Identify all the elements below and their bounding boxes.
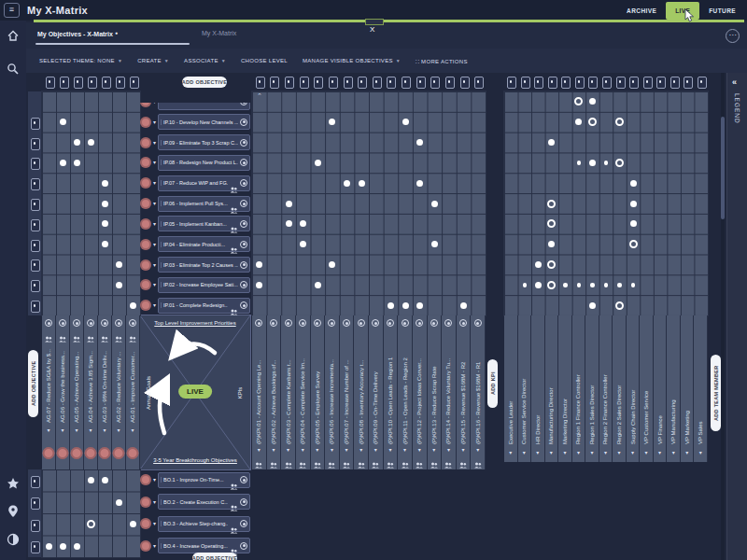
kpi-detail-icon[interactable]: [459, 319, 467, 327]
add-objective-button-left[interactable]: ADD OBJECTIVE: [28, 350, 38, 417]
kpi-column-checkbox[interactable]: [460, 77, 470, 89]
ip-row-checkbox[interactable]: [31, 219, 40, 231]
matrix-dot[interactable]: [116, 261, 122, 268]
chevron-down-icon[interactable]: ▾: [604, 450, 607, 455]
objective-card[interactable]: IP.02 - Increase Employee Sati...: [158, 277, 250, 293]
kpi-column-checkbox[interactable]: [285, 77, 294, 89]
pin-icon[interactable]: [6, 504, 21, 519]
goal-detail-icon[interactable]: [101, 319, 108, 327]
objective-status-circle[interactable]: [140, 117, 151, 128]
chevron-down-icon[interactable]: ▾: [685, 450, 688, 455]
team-member-column[interactable]: Supply Chain Director▾: [627, 315, 641, 462]
matrix-dot[interactable]: [130, 302, 136, 309]
objective-status-circle[interactable]: [140, 137, 151, 148]
goal-status-circle[interactable]: [99, 447, 111, 459]
matrix-dot[interactable]: [577, 283, 582, 287]
chevron-down-icon[interactable]: ▾: [153, 543, 156, 549]
chevron-down-icon[interactable]: ▾: [153, 242, 156, 247]
team-member-column[interactable]: VP Finance▾: [654, 315, 668, 462]
ip-row-checkbox[interactable]: [31, 158, 40, 170]
objective-detail-icon[interactable]: [240, 159, 247, 166]
chevron-down-icon[interactable]: ▾: [153, 201, 156, 206]
menu-icon[interactable]: ≡: [4, 3, 20, 18]
scrollbar-thumb[interactable]: [721, 117, 725, 219]
goal-status-circle[interactable]: [71, 447, 83, 459]
matrix-dot[interactable]: [523, 283, 528, 287]
team-member-column-checkbox[interactable]: [548, 77, 557, 89]
matrix-dot[interactable]: [88, 139, 94, 146]
objective-status-circle[interactable]: [140, 259, 151, 271]
chevron-down-icon[interactable]: ▾: [331, 447, 333, 453]
team-member-column-checkbox[interactable]: [561, 77, 571, 89]
toolbar-item-6[interactable]: ∷ MORE ACTIONS: [416, 58, 468, 64]
team-member-column-checkbox[interactable]: [602, 77, 612, 89]
ip-row[interactable]: ▾IP.09 - Eliminate Top 3 Scrap C...: [140, 134, 250, 151]
kpi-detail-icon[interactable]: [372, 319, 379, 327]
chevron-down-icon[interactable]: ▾: [618, 450, 621, 455]
team-member-column[interactable]: HR Director▾: [531, 315, 545, 462]
matrix-dot[interactable]: [631, 283, 636, 287]
objective-status-circle[interactable]: [140, 96, 151, 107]
matrix-dot[interactable]: [535, 282, 542, 288]
annual-goal-column[interactable]: AG.02 - Reduce Voluntary ...▾: [112, 315, 126, 469]
kpi-column[interactable]: (P)KPI.14 - Reduce Voluntary Tu...▾: [442, 315, 457, 469]
add-objective-button-bottom[interactable]: ADD OBJECTIVE: [192, 553, 237, 560]
matrix-dot[interactable]: [617, 283, 622, 287]
chevron-down-icon[interactable]: ▾: [699, 450, 702, 455]
objective-status-circle[interactable]: [140, 540, 151, 552]
objective-detail-icon[interactable]: [240, 261, 247, 269]
matrix-dot[interactable]: [589, 160, 596, 166]
matrix-dot[interactable]: [286, 201, 292, 207]
team-member-column[interactable]: Region 2 Finance Controller▾: [599, 315, 613, 462]
team-member-column[interactable]: Marketing Director▾: [558, 315, 572, 462]
kpi-column-checkbox[interactable]: [445, 77, 455, 89]
kpi-column-checkbox[interactable]: [387, 77, 396, 89]
ip-row-checkbox[interactable]: [31, 259, 40, 272]
matrix-dot[interactable]: [402, 302, 409, 309]
chevron-down-icon[interactable]: ▾: [153, 99, 156, 105]
team-member-column[interactable]: Region 1 Finance Controller▾: [572, 315, 586, 462]
chevron-down-icon[interactable]: ▾: [359, 447, 362, 453]
team-member-column[interactable]: VP Customer Service▾: [640, 315, 654, 462]
contrast-icon[interactable]: [6, 532, 21, 547]
objective-status-circle[interactable]: [140, 518, 151, 529]
team-member-column[interactable]: Customer Service Director▾: [518, 315, 532, 462]
matrix-dot[interactable]: [315, 282, 321, 288]
tab-1[interactable]: My Objectives - X-Matrix●: [37, 30, 118, 37]
objective-status-circle[interactable]: [140, 157, 151, 168]
ip-row[interactable]: ▾IP.05 - Implement Kanban...: [140, 216, 250, 232]
chevron-down-icon[interactable]: ▾: [153, 180, 156, 186]
kpi-column[interactable]: (P)KPI.07 - Increase Number of ...▾: [340, 315, 355, 469]
annual-goal-column-checkbox[interactable]: [130, 77, 139, 89]
team-member-column-checkbox[interactable]: [670, 77, 680, 89]
chevron-down-icon[interactable]: ▾: [272, 447, 275, 453]
objective-card[interactable]: IP.09 - Eliminate Top 3 Scrap C...: [158, 134, 250, 150]
bo-row-checkbox[interactable]: [31, 497, 40, 510]
chevron-down-icon[interactable]: ▾: [153, 282, 156, 287]
chevron-down-icon[interactable]: ▾: [153, 221, 156, 227]
objective-detail-icon[interactable]: [240, 476, 247, 483]
kpi-column-checkbox[interactable]: [416, 77, 426, 89]
ip-row-checkbox[interactable]: [31, 301, 40, 313]
team-member-column[interactable]: VP Manufacturing▾: [667, 315, 681, 462]
add-objective-button-top[interactable]: ADD OBJECTIVE: [182, 77, 227, 88]
kpi-column-checkbox[interactable]: [474, 77, 484, 89]
objective-detail-icon[interactable]: [240, 220, 247, 228]
search-icon[interactable]: [6, 62, 21, 77]
chevron-down-icon[interactable]: ▾: [153, 499, 156, 505]
matrix-dot[interactable]: [460, 302, 467, 309]
annual-goal-column[interactable]: AG.05 - Achieve Operating...▾: [70, 315, 84, 469]
objective-status-circle[interactable]: [140, 279, 151, 290]
goal-status-circle[interactable]: [43, 447, 55, 459]
legend-expand-icon[interactable]: «: [732, 77, 737, 87]
goal-detail-icon[interactable]: [129, 319, 136, 327]
matrix-dot[interactable]: [116, 499, 122, 506]
objective-card[interactable]: IP.10 - Develop New Channels ...: [158, 114, 250, 130]
matrix-dot[interactable]: [629, 240, 638, 248]
correlation-grid-top-right[interactable]: [504, 91, 708, 315]
ip-row-checkbox[interactable]: [31, 178, 40, 190]
kpi-detail-icon[interactable]: [387, 319, 394, 327]
kpi-column[interactable]: (P)KPI.08 - Inventory Accuracy t...▾: [354, 315, 369, 469]
team-member-column-checkbox[interactable]: [507, 77, 516, 89]
matrix-dot[interactable]: [615, 159, 624, 167]
